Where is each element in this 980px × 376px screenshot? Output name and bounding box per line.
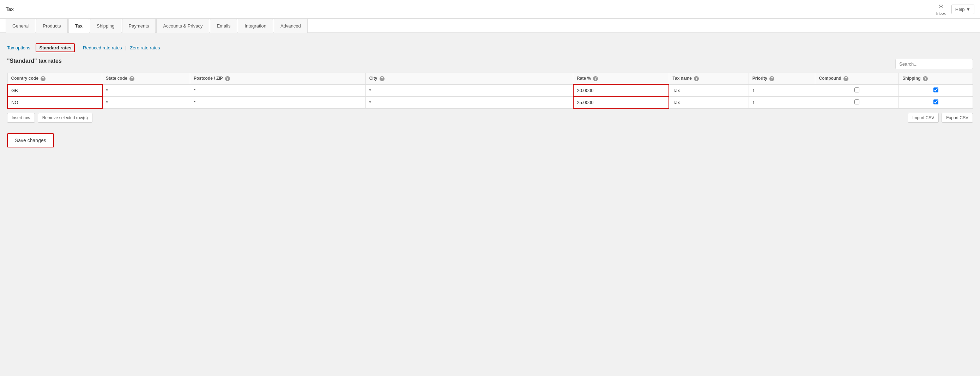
taxname-help-icon[interactable]: ? [694,76,699,81]
section-title: "Standard" tax rates [7,58,62,64]
cell-priority-1: 1 [749,96,815,108]
tab-integration[interactable]: Integration [238,19,273,33]
top-bar: Tax ✉ Inbox Help ▼ [0,0,980,19]
tab-payments[interactable]: Payments [122,19,156,33]
save-changes-button[interactable]: Save changes [7,133,54,147]
nav-tabs: General Products Tax Shipping Payments A… [0,19,980,33]
subnav-separator1 [32,45,34,51]
subnav-standard-rates[interactable]: Standard rates [36,43,75,52]
tab-general[interactable]: General [6,19,35,33]
col-header-shipping: Shipping ? [899,73,973,84]
subnav-reduced-rates[interactable]: Reduced rate rates [83,45,122,51]
table-actions-right: Import CSV Export CSV [908,113,973,123]
shipping-checkbox-0[interactable] [934,88,939,92]
tax-table: Country code ? State code ? Postcode / Z… [7,73,973,108]
inbox-button[interactable]: ✉ Inbox [936,3,946,16]
tab-accounts-privacy[interactable]: Accounts & Privacy [156,19,209,33]
subnav-separator3: | [124,45,128,51]
col-header-taxname: Tax name ? [669,73,749,84]
main-content: Tax options Standard rates | Reduced rat… [0,33,980,158]
table-header: Country code ? State code ? Postcode / Z… [7,73,973,84]
cell-compound-0 [815,84,899,96]
table-header-row: "Standard" tax rates [7,58,973,70]
state-code-help-icon[interactable]: ? [129,76,134,81]
cell-state-1: * [102,96,190,108]
tab-products[interactable]: Products [36,19,67,33]
col-header-compound: Compound ? [815,73,899,84]
tab-shipping[interactable]: Shipping [90,19,121,33]
subnav-separator2: | [77,45,81,51]
cell-city-1: * [366,96,573,108]
table-actions: Insert row Remove selected row(s) Import… [7,113,973,123]
import-csv-button[interactable]: Import CSV [908,113,939,123]
col-header-city: City ? [366,73,573,84]
tab-tax[interactable]: Tax [68,19,89,33]
cell-compound-1 [815,96,899,108]
col-header-postcode: Postcode / ZIP ? [190,73,366,84]
tab-advanced[interactable]: Advanced [274,19,308,33]
top-bar-right: ✉ Inbox Help ▼ [936,3,974,16]
cell-priority-0: 1 [749,84,815,96]
col-header-state: State code ? [102,73,190,84]
cell-city-0: * [366,84,573,96]
compound-checkbox-1[interactable] [854,99,859,104]
cell-rate-0: 20.0000 [573,84,669,96]
cell-postcode-1: * [190,96,366,108]
rate-help-icon[interactable]: ? [593,76,598,81]
cell-shipping-0 [899,84,973,96]
insert-row-button[interactable]: Insert row [7,113,35,123]
subnav-tax-options[interactable]: Tax options [7,45,30,51]
inbox-icon: ✉ [939,3,943,11]
cell-taxname-0: Tax [669,84,749,96]
col-header-rate: Rate % ? [573,73,669,84]
cell-shipping-1 [899,96,973,108]
inbox-label: Inbox [936,11,946,16]
table-actions-left: Insert row Remove selected row(s) [7,113,92,123]
cell-state-0: * [102,84,190,96]
tab-emails[interactable]: Emails [210,19,237,33]
col-header-country: Country code ? [7,73,102,84]
help-button[interactable]: Help ▼ [951,5,974,14]
cell-country-1: NO [7,96,102,108]
search-input[interactable] [895,59,973,69]
postcode-help-icon[interactable]: ? [225,76,230,81]
export-csv-button[interactable]: Export CSV [942,113,973,123]
col-header-priority: Priority ? [749,73,815,84]
shipping-checkbox-1[interactable] [934,99,939,104]
remove-selected-button[interactable]: Remove selected row(s) [38,113,92,123]
page-title: Tax [6,6,14,12]
priority-help-icon[interactable]: ? [769,76,774,81]
table-row: NO * * * 25.0000 Tax 1 [7,96,973,108]
cell-country-0: GB [7,84,102,96]
compound-help-icon[interactable]: ? [843,76,848,81]
shipping-help-icon[interactable]: ? [923,76,928,81]
cell-postcode-0: * [190,84,366,96]
cell-rate-1: 25.0000 [573,96,669,108]
compound-checkbox-0[interactable] [854,88,859,92]
subnav-zero-rates[interactable]: Zero rate rates [130,45,160,51]
city-help-icon[interactable]: ? [380,76,385,81]
sub-nav: Tax options Standard rates | Reduced rat… [7,43,973,52]
country-code-help-icon[interactable]: ? [41,76,46,81]
cell-taxname-1: Tax [669,96,749,108]
table-row: GB * * * 20.0000 Tax 1 [7,84,973,96]
